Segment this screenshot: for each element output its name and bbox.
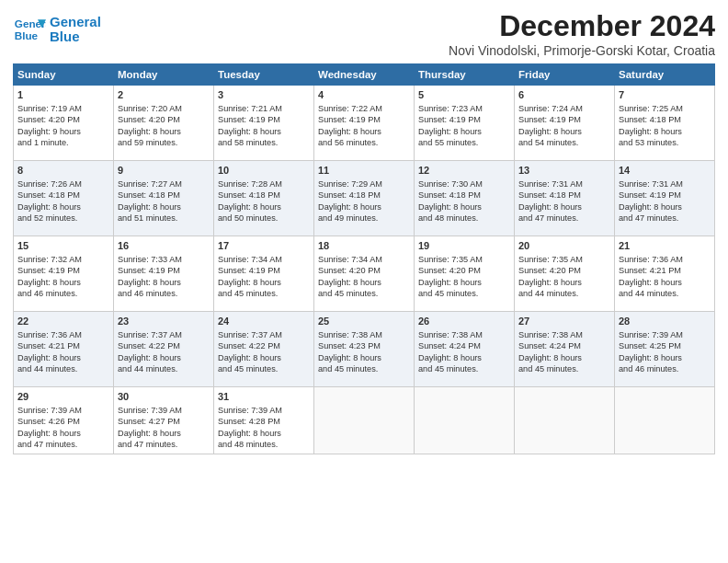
calendar-cell: 20Sunrise: 7:35 AMSunset: 4:20 PMDayligh… bbox=[515, 236, 615, 312]
day-info: Daylight: 8 hours bbox=[418, 201, 510, 213]
day-number: 23 bbox=[118, 315, 210, 328]
day-info: and 59 minutes. bbox=[118, 137, 210, 148]
calendar-cell: 3Sunrise: 7:21 AMSunset: 4:19 PMDaylight… bbox=[214, 86, 314, 161]
day-info: Daylight: 8 hours bbox=[518, 352, 610, 363]
logo-text: General Blue bbox=[50, 15, 101, 45]
day-number: 25 bbox=[318, 315, 410, 328]
day-number: 6 bbox=[518, 88, 610, 102]
calendar-cell bbox=[515, 387, 615, 454]
day-info: Daylight: 8 hours bbox=[118, 428, 210, 439]
day-info: Sunrise: 7:21 AM bbox=[218, 103, 310, 114]
day-number: 29 bbox=[17, 390, 109, 404]
calendar-cell: 31Sunrise: 7:39 AMSunset: 4:28 PMDayligh… bbox=[214, 387, 314, 454]
day-info: and 45 minutes. bbox=[518, 363, 610, 374]
calendar-cell: 21Sunrise: 7:36 AMSunset: 4:21 PMDayligh… bbox=[615, 236, 715, 312]
day-number: 31 bbox=[218, 390, 310, 404]
calendar-cell: 28Sunrise: 7:39 AMSunset: 4:25 PMDayligh… bbox=[615, 312, 715, 387]
day-info: Sunrise: 7:35 AM bbox=[418, 254, 510, 265]
day-info: Sunset: 4:19 PM bbox=[418, 114, 510, 125]
day-info: and 1 minute. bbox=[17, 137, 109, 148]
day-info: Sunset: 4:18 PM bbox=[418, 190, 510, 201]
day-info: Daylight: 8 hours bbox=[218, 352, 310, 363]
day-info: and 44 minutes. bbox=[118, 363, 210, 374]
day-info: and 49 minutes. bbox=[318, 213, 410, 224]
day-info: Sunset: 4:25 PM bbox=[619, 340, 711, 351]
calendar-table: SundayMondayTuesdayWednesdayThursdayFrid… bbox=[13, 63, 715, 454]
calendar-cell: 30Sunrise: 7:39 AMSunset: 4:27 PMDayligh… bbox=[114, 387, 214, 454]
day-number: 12 bbox=[418, 164, 510, 178]
day-info: Sunset: 4:20 PM bbox=[17, 114, 109, 125]
day-info: Sunrise: 7:19 AM bbox=[17, 103, 109, 114]
day-info: Sunset: 4:24 PM bbox=[518, 340, 610, 351]
day-info: Sunrise: 7:36 AM bbox=[619, 254, 711, 265]
calendar-cell: 5Sunrise: 7:23 AMSunset: 4:19 PMDaylight… bbox=[415, 86, 515, 161]
day-info: Sunset: 4:19 PM bbox=[318, 114, 410, 125]
day-info: Sunset: 4:26 PM bbox=[17, 416, 109, 427]
header: General Blue General Blue December 2024 … bbox=[13, 9, 715, 58]
logo: General Blue General Blue bbox=[13, 13, 101, 46]
calendar-cell: 18Sunrise: 7:34 AMSunset: 4:20 PMDayligh… bbox=[314, 236, 415, 312]
day-number: 26 bbox=[418, 315, 510, 328]
day-info: Sunrise: 7:32 AM bbox=[17, 254, 109, 265]
day-info: and 54 minutes. bbox=[518, 137, 610, 148]
day-info: Daylight: 8 hours bbox=[218, 277, 310, 288]
day-info: Sunrise: 7:29 AM bbox=[318, 178, 410, 190]
day-info: Sunset: 4:19 PM bbox=[518, 114, 610, 125]
day-info: Sunset: 4:22 PM bbox=[118, 340, 210, 351]
day-info: Sunrise: 7:30 AM bbox=[418, 178, 510, 190]
calendar-cell: 26Sunrise: 7:38 AMSunset: 4:24 PMDayligh… bbox=[415, 312, 515, 387]
day-info: Sunset: 4:18 PM bbox=[518, 190, 610, 201]
day-info: Sunrise: 7:23 AM bbox=[418, 103, 510, 114]
day-number: 8 bbox=[17, 164, 109, 178]
calendar-cell: 25Sunrise: 7:38 AMSunset: 4:23 PMDayligh… bbox=[314, 312, 415, 387]
day-info: Sunrise: 7:31 AM bbox=[518, 178, 610, 190]
calendar-cell: 15Sunrise: 7:32 AMSunset: 4:19 PMDayligh… bbox=[14, 236, 114, 312]
day-info: Sunset: 4:19 PM bbox=[619, 190, 711, 201]
day-info: Sunrise: 7:31 AM bbox=[619, 178, 711, 190]
col-header-thursday: Thursday bbox=[415, 64, 515, 86]
day-info: Daylight: 8 hours bbox=[17, 352, 109, 363]
day-info: Sunset: 4:27 PM bbox=[118, 416, 210, 427]
day-info: Sunrise: 7:38 AM bbox=[518, 329, 610, 340]
day-info: and 46 minutes. bbox=[619, 363, 711, 374]
calendar-cell: 23Sunrise: 7:37 AMSunset: 4:22 PMDayligh… bbox=[114, 312, 214, 387]
day-info: Sunrise: 7:39 AM bbox=[17, 405, 109, 416]
col-header-wednesday: Wednesday bbox=[314, 64, 415, 86]
day-info: Daylight: 8 hours bbox=[318, 126, 410, 137]
day-number: 5 bbox=[418, 88, 510, 102]
day-info: and 55 minutes. bbox=[418, 137, 510, 148]
day-info: Sunset: 4:20 PM bbox=[518, 265, 610, 276]
day-info: Daylight: 8 hours bbox=[218, 201, 310, 213]
calendar-cell: 11Sunrise: 7:29 AMSunset: 4:18 PMDayligh… bbox=[314, 161, 415, 236]
day-info: Sunset: 4:19 PM bbox=[17, 265, 109, 276]
day-info: Daylight: 8 hours bbox=[118, 201, 210, 213]
day-info: Daylight: 8 hours bbox=[118, 126, 210, 137]
day-number: 19 bbox=[418, 239, 510, 253]
day-number: 15 bbox=[17, 239, 109, 253]
day-info: and 45 minutes. bbox=[318, 288, 410, 299]
day-number: 17 bbox=[218, 239, 310, 253]
day-info: Daylight: 8 hours bbox=[318, 201, 410, 213]
day-number: 13 bbox=[518, 164, 610, 178]
subtitle: Novi Vinodolski, Primorje-Gorski Kotar, … bbox=[449, 43, 715, 58]
calendar-cell: 22Sunrise: 7:36 AMSunset: 4:21 PMDayligh… bbox=[14, 312, 114, 387]
day-info: Sunset: 4:20 PM bbox=[318, 265, 410, 276]
day-info: Sunrise: 7:37 AM bbox=[218, 329, 310, 340]
day-info: Daylight: 8 hours bbox=[619, 352, 711, 363]
day-info: Daylight: 8 hours bbox=[118, 277, 210, 288]
col-header-sunday: Sunday bbox=[14, 64, 114, 86]
day-number: 27 bbox=[518, 315, 610, 328]
day-info: and 56 minutes. bbox=[318, 137, 410, 148]
day-info: and 47 minutes. bbox=[17, 439, 109, 450]
day-info: Daylight: 8 hours bbox=[17, 201, 109, 213]
day-info: and 44 minutes. bbox=[17, 363, 109, 374]
day-number: 7 bbox=[619, 88, 711, 102]
day-number: 20 bbox=[518, 239, 610, 253]
day-info: Daylight: 8 hours bbox=[418, 352, 510, 363]
col-header-monday: Monday bbox=[114, 64, 214, 86]
calendar-cell: 17Sunrise: 7:34 AMSunset: 4:19 PMDayligh… bbox=[214, 236, 314, 312]
day-info: Daylight: 8 hours bbox=[17, 277, 109, 288]
day-info: Daylight: 8 hours bbox=[518, 277, 610, 288]
day-info: and 45 minutes. bbox=[318, 363, 410, 374]
calendar-cell: 19Sunrise: 7:35 AMSunset: 4:20 PMDayligh… bbox=[415, 236, 515, 312]
